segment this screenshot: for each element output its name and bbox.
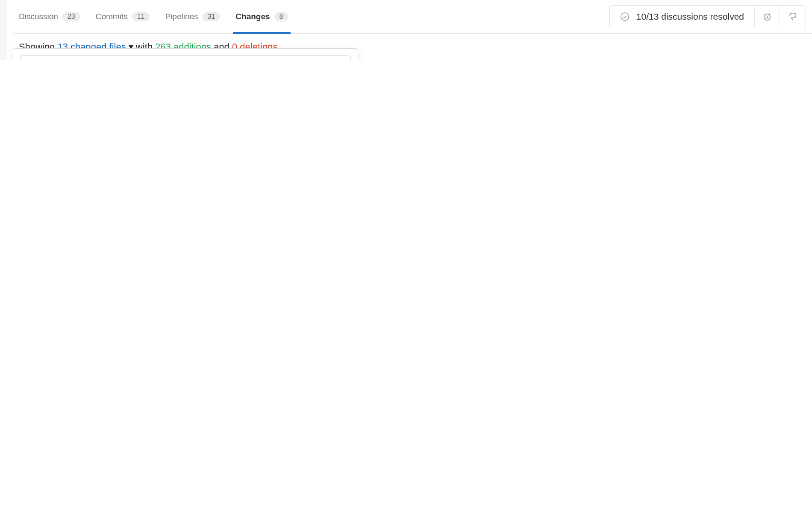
tab-changes-count: 8 [274, 12, 288, 21]
tab-pipelines[interactable]: Pipelines 31 [165, 0, 220, 33]
tab-commits[interactable]: Commits 11 [96, 0, 150, 33]
tab-bar: Discussion 23 Commits 11 Pipelines 31 Ch… [13, 0, 812, 34]
new-issue-icon [762, 12, 772, 21]
tab-commits-count: 11 [132, 12, 150, 21]
jump-next-button[interactable] [780, 7, 806, 26]
tab-changes-label: Changes [235, 12, 270, 21]
new-issue-button[interactable] [754, 7, 780, 26]
jump-icon [788, 12, 798, 21]
tab-pipelines-count: 31 [203, 12, 221, 21]
tab-pipelines-label: Pipelines [165, 12, 198, 21]
tab-commits-label: Commits [96, 12, 128, 21]
changes-summary: Showing 13 changed files▾ with 263 addit… [13, 34, 812, 60]
discussions-resolved-text: 10/13 discussions resolved [636, 12, 744, 22]
discussions-resolved-box: 10/13 discussions resolved [609, 5, 806, 28]
tab-discussion-label: Discussion [19, 12, 58, 21]
svg-point-0 [621, 13, 629, 21]
tab-discussion-count: 23 [62, 12, 80, 21]
left-gutter [0, 0, 6, 60]
discussions-resolved-main: 10/13 discussions resolved [610, 6, 754, 28]
tab-changes[interactable]: Changes 8 [235, 0, 288, 33]
check-circle-icon [620, 12, 630, 21]
file-dropdown: –application.jsapp/assets/javascripts/ap… [13, 48, 358, 60]
search-wrap [20, 56, 351, 60]
tab-discussion[interactable]: Discussion 23 [19, 0, 80, 33]
